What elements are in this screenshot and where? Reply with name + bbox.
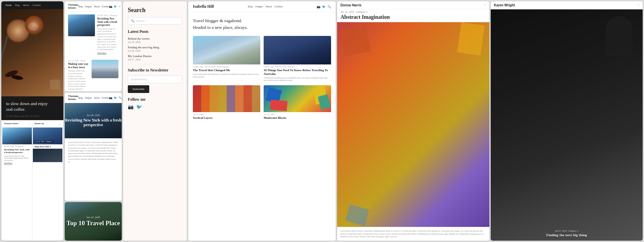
- tsc-menu[interactable]: ≡: [29, 123, 30, 126]
- post-3-title[interactable]: My London Diaries: [128, 54, 182, 58]
- karen-header: Karen Wright ≡: [491, 1, 643, 9]
- subscribe-button[interactable]: Subscribe: [128, 85, 149, 93]
- latest-posts-title: Latest Posts: [128, 29, 182, 34]
- donna-body: Lorem ipsum dolor sit amet, consectetur …: [337, 227, 489, 241]
- tg-hero-twitter-icon[interactable]: 🐦: [114, 96, 117, 99]
- search-placeholder: Search: [136, 19, 145, 22]
- twitter-follow-icon[interactable]: 🐦: [136, 104, 142, 110]
- travel-title: Top 10 Travel Place: [66, 220, 120, 227]
- post-london: My London Diaries Jul 17, 2020: [128, 54, 182, 61]
- instagram-follow-icon[interactable]: 📷: [128, 104, 133, 110]
- isa-nav-blog[interactable]: Blog: [248, 5, 253, 8]
- karen-img: Apr 07, 2018 · Category 2 Finding the ne…: [491, 9, 643, 241]
- isa-card-3-img: [193, 85, 260, 112]
- isa-card-4: Jun 10, 2020 Modernist Blocks: [264, 85, 331, 120]
- tg-header: Thomas Green Blog Images About Contact 📷…: [65, 1, 122, 12]
- karen-img-text: Apr 07, 2018 · Category 2 Finding the ne…: [491, 230, 643, 237]
- email-input[interactable]: Email Address: [128, 76, 182, 83]
- isa-card-1-title: The Travel that Changed Me: [193, 68, 260, 73]
- tsc-title: Revisiting New York with a fresh perspec…: [2, 148, 32, 155]
- tg-hero-search-icon[interactable]: 🔍: [118, 96, 122, 99]
- hero-text: Jun 09, 2020 Revisiting New York with a …: [65, 114, 122, 128]
- isa-nav-about[interactable]: About: [266, 5, 272, 8]
- donna-header: Donna Harris ≡: [337, 1, 489, 9]
- tg-nav-blog[interactable]: Blog: [78, 5, 83, 8]
- coffee-image: [1, 9, 63, 96]
- tagline-text: to slow down and enjoy: [6, 101, 48, 106]
- tg-nav-images[interactable]: Images: [85, 5, 92, 8]
- tg-post-1: Jun 08, 2021 · Changed Revisiting New Yo…: [65, 12, 122, 57]
- isa-card-1: Christie Jaja · Feb 18, 2020 · North Ame…: [193, 36, 260, 82]
- tg-hero-panel: Thomas Green Blog Images About Contact 📷…: [65, 93, 122, 201]
- tg-hero-nav-images[interactable]: Images: [85, 97, 92, 99]
- divider: [128, 64, 182, 64]
- nav-home[interactable]: Home: [5, 4, 12, 6]
- share-icon[interactable]: ↗: [118, 5, 121, 8]
- karen-menu-icon[interactable]: ≡: [638, 3, 639, 7]
- travel-content: Jun 12, 2020 Top 10 Travel Place: [65, 202, 122, 241]
- dark-nav: Home Blog About Contact: [1, 1, 63, 9]
- dsc-menu[interactable]: ≡: [59, 123, 61, 126]
- dsc-blog-title: Blog Post Title 1: [33, 144, 62, 149]
- tg-hero-nav-about[interactable]: About: [94, 97, 100, 99]
- search-col: Search 🔍 Search Latest Posts Behind the …: [123, 1, 187, 241]
- tg-nav: Blog Images About Contact: [78, 5, 109, 8]
- post-2-date: Jul 18, 2020: [128, 50, 182, 52]
- isa-card-1-img: [193, 36, 260, 64]
- post-behind-scenes: Behind the scenes Jul 19, 2020: [128, 37, 182, 43]
- tg-hero-instagram-icon[interactable]: 📷: [109, 96, 112, 99]
- post-1-date: Jul 19, 2020: [128, 41, 182, 43]
- post-1-title[interactable]: Behind the scenes: [128, 37, 182, 40]
- nav-about[interactable]: About: [23, 4, 29, 6]
- isa-card-2-title: 10 Things You Need To Know Before Travel…: [264, 68, 331, 77]
- post-2-title[interactable]: Finding the next big thing: [128, 46, 182, 49]
- isa-card-2: Christie Jaja · Feb 08, 2020 · Australia…: [264, 36, 331, 82]
- tg-logo: Thomas Green: [68, 3, 78, 9]
- karen-panel: Karen Wright ≡ Apr 07, 2018 · Category 2…: [491, 1, 643, 241]
- tg-hero-header: Thomas Green Blog Images About Contact 📷…: [65, 93, 122, 103]
- isa-card-3-meta: Jun 12, 2020: [193, 112, 260, 116]
- nav-contact[interactable]: Contact: [33, 4, 41, 6]
- isa-header: Isabella Hill Blog Images About Contact …: [188, 1, 336, 12]
- tsc-readmore[interactable]: Read More: [2, 162, 32, 165]
- karen-overlay: [491, 9, 643, 241]
- search-box[interactable]: 🔍 Search: [128, 17, 182, 25]
- tg-hero-body: Lorem ipsum dolor sit amet, consectetur …: [65, 138, 122, 166]
- dsc-img2: [33, 149, 62, 162]
- tg-nav-about[interactable]: About: [94, 5, 100, 8]
- twitter-icon[interactable]: 🐦: [114, 5, 117, 8]
- isa-nav: Blog Images About Contact: [248, 5, 282, 8]
- isa-card-2-text: Thinking of heading out to Australia? He…: [264, 77, 331, 82]
- isa-card-2-meta: Christie Jaja · Feb 08, 2020 · Australia: [264, 64, 331, 68]
- follow-title: Follow me: [128, 97, 182, 102]
- dark-panel: Home Blog About Contact: [1, 1, 63, 241]
- isa-instagram-icon[interactable]: 📷: [317, 5, 320, 8]
- isa-card-3-title: Vertical Layers: [193, 116, 260, 120]
- coffee-blog-panel: Home Blog About Contact: [1, 1, 63, 241]
- tg-hero-icons: 📷 🐦 🔍: [109, 96, 122, 99]
- isa-card-4-img: [264, 85, 331, 112]
- main-layout: Home Blog About Contact: [0, 0, 644, 242]
- isa-twitter-icon[interactable]: 🐦: [322, 5, 326, 8]
- dark-tagline: to slow down and enjoy ood coffee.: [1, 96, 63, 114]
- right-col: Donna Harris ≡ Jun 12, 2020 · Category 1…: [337, 1, 643, 241]
- hero-date: Jun 09, 2020: [65, 114, 122, 116]
- tg-hero-nav-contact[interactable]: Contact: [102, 97, 109, 99]
- tg-hero-logo: Thomas Green: [68, 95, 78, 101]
- tg-hero-nav-blog[interactable]: Blog: [78, 97, 83, 99]
- donna-menu-icon[interactable]: ≡: [484, 3, 486, 7]
- isa-nav-images[interactable]: Images: [255, 5, 263, 8]
- dsc-badge: Jun 12, 2020 · Category 1: [35, 140, 54, 143]
- isa-search-icon[interactable]: 🔍: [327, 5, 331, 8]
- instagram-icon[interactable]: 📷: [109, 5, 112, 8]
- tg-nav-contact[interactable]: Contact: [102, 5, 109, 8]
- isa-bio: Travel blogger & vagabond.Headed to a ne…: [188, 12, 336, 33]
- tg-post-1-title: Revisiting New York with a fresh perspec…: [97, 17, 118, 27]
- nav-blog[interactable]: Blog: [15, 4, 20, 6]
- post-next-big: Finding the next big thing Jul 18, 2020: [128, 46, 182, 52]
- tg-post-1-content: Jun 08, 2021 · Changed Revisiting New Yo…: [97, 14, 118, 54]
- isa-nav-contact[interactable]: Contact: [274, 5, 282, 8]
- search-panel: Search 🔍 Search Latest Posts Behind the …: [123, 1, 187, 241]
- tg-post-1-readmore[interactable]: Read More: [97, 52, 118, 54]
- tagline-text2: ood coffee.: [6, 107, 59, 112]
